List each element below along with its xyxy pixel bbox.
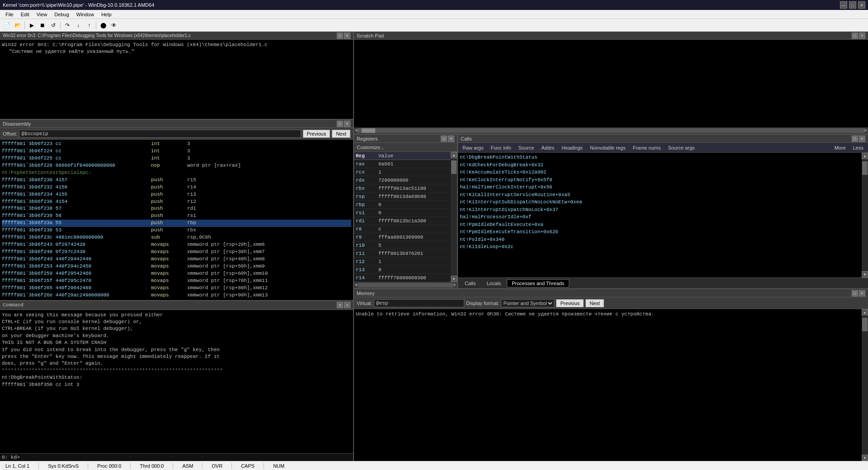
cmd-line: CTRL+BREAK (if you run GUI kernel debugg… <box>2 325 351 332</box>
calls-more-button[interactable]: More <box>833 144 848 151</box>
menu-item-debug[interactable]: Debug <box>51 11 72 18</box>
calls-tab-frame-nums[interactable]: Frame nums <box>631 144 663 151</box>
reg-row: rspfffff8013da69b98 <box>354 193 451 201</box>
mem-close-button[interactable]: ✕ <box>859 290 865 296</box>
cmd-close-button[interactable]: ✕ <box>344 302 350 308</box>
dis-row: nt!PspGetSetContextSpecialApc: <box>2 169 351 177</box>
watch-button[interactable]: 👁 <box>109 20 119 30</box>
dis-mnem: sub <box>151 234 187 241</box>
menu-item-help[interactable]: Help <box>98 11 115 18</box>
step-out-button[interactable]: ↑ <box>84 20 94 30</box>
close-button[interactable]: ✕ <box>858 1 865 9</box>
dis-addr: fffff801`3b96f23c 4881ec8000000000 <box>2 234 151 241</box>
reg-name: Reg <box>354 153 377 159</box>
reg-row: r9fffaa8801369000 <box>354 233 451 241</box>
calls-vscroll[interactable]: ▲ ▼ <box>862 153 868 277</box>
mem-scroll-down[interactable]: ▼ <box>862 455 868 461</box>
dis-next-button[interactable]: Next <box>332 130 350 138</box>
reg-vscroll[interactable]: ▲ ▼ <box>451 152 457 282</box>
menu-item-file[interactable]: File <box>2 11 17 18</box>
calls-tab-source-args[interactable]: Source args <box>666 144 696 151</box>
open-button[interactable]: 📂 <box>13 20 23 30</box>
menu-bar: FileEditViewDebugWindowHelp <box>0 10 868 19</box>
mem-address-input[interactable] <box>374 299 464 307</box>
dis-prev-button[interactable]: Previous <box>303 130 330 138</box>
menu-item-window[interactable]: Window <box>73 11 98 18</box>
source-titlebar-btns: ⊡ ✕ <box>337 33 350 39</box>
mem-dock-button[interactable]: ⊡ <box>852 290 858 296</box>
scratch-dock-button[interactable]: ⊡ <box>852 33 858 39</box>
toolbar: 📄 📂 ▶ ⏹ ↺ ↷ ↓ ↑ ⬤ 👁 <box>0 19 868 32</box>
reg-body: RegValuerax6ab01rcx1rdx7200000000rbxffff… <box>354 152 457 282</box>
calls-tab-addrs[interactable]: Addrs <box>540 144 557 151</box>
status-sys: Sys 0:KdSrvS <box>46 463 80 469</box>
offset-input[interactable] <box>19 130 301 138</box>
run-button[interactable]: ▶ <box>27 20 37 30</box>
source-close-button[interactable]: ✕ <box>344 33 350 39</box>
dis-mnem: int <box>151 141 187 148</box>
dis-titlebar: Disassembly ⊡ ✕ <box>0 120 353 128</box>
calls-tab-source[interactable]: Source <box>517 144 536 151</box>
mem-vscroll[interactable]: ▲ ▼ <box>862 309 868 461</box>
dis-close-button[interactable]: ✕ <box>344 121 350 127</box>
stop-button[interactable]: ⏹ <box>38 20 47 30</box>
scratch-content[interactable] <box>354 40 868 127</box>
calls-close-button[interactable]: ✕ <box>859 136 865 142</box>
calls-scroll-up[interactable]: ▲ <box>862 153 868 159</box>
new-button[interactable]: 📄 <box>2 20 12 30</box>
reg-scroll-up[interactable]: ▲ <box>451 152 457 158</box>
bottom-tab-processes-and-threads[interactable]: Processes and Threads <box>507 279 569 287</box>
source-dock-button[interactable]: ⊡ <box>337 33 343 39</box>
reg-value: 0 <box>377 210 451 216</box>
cmd-line: ****************************************… <box>2 367 351 374</box>
dis-mnem: movaps <box>151 270 187 277</box>
cmd-input[interactable] <box>22 455 351 460</box>
reg-dock-button[interactable]: ⊡ <box>441 136 447 142</box>
restart-button[interactable]: ↺ <box>48 20 58 30</box>
mem-format-select[interactable]: Pointer and Symbol Bytes Words DWORDs QW… <box>501 299 554 307</box>
mem-scroll-up[interactable]: ▲ <box>862 309 868 315</box>
reg-name: rcx <box>354 169 377 175</box>
reg-name: r11 <box>354 251 377 256</box>
dis-row: fffff801`3b96f23c 4881ec8000000000subrsp… <box>2 234 351 241</box>
menu-item-edit[interactable]: Edit <box>17 11 33 18</box>
reg-hscroll[interactable]: ◄ ► <box>354 282 457 288</box>
calls-scroll-down[interactable]: ▼ <box>862 271 868 277</box>
dis-row: fffff801`3b96f236 4154pushr12 <box>2 198 351 206</box>
calls-tab-headings[interactable]: Headings <box>560 144 584 151</box>
dis-row: fffff801`3b96f26e 440f29ac2490000000mova… <box>2 292 351 299</box>
dis-addr: fffff801`3b96f253 440f294c2450 <box>2 263 151 270</box>
dis-ops: xmmword ptr [rsp+40h],xmm8 <box>187 256 265 263</box>
calls-entry: nt!KeAccumulateTicks+0x12a902 <box>460 169 860 176</box>
reg-customize[interactable]: Customize... <box>354 143 457 152</box>
calls-less-button[interactable]: Less <box>851 144 865 151</box>
mem-content: Unable to retrieve information, Win32 er… <box>354 309 862 461</box>
breakpoint-button[interactable]: ⬤ <box>98 20 108 30</box>
scratch-hscroll[interactable]: ◄ ► <box>354 127 868 134</box>
calls-tab-raw-args[interactable]: Raw args <box>461 144 485 151</box>
reg-close-button[interactable]: ✕ <box>448 136 454 142</box>
scratch-pad: Scratch Pad ⊡ ✕ ◄ ► <box>354 32 868 135</box>
dis-ops: xmmword ptr [rsp+30h],xmm7 <box>187 249 265 256</box>
maximize-button[interactable]: □ <box>849 1 856 9</box>
dis-ops: 3 <box>187 148 190 155</box>
reg-scroll-down[interactable]: ▼ <box>451 276 457 282</box>
minimize-button[interactable]: — <box>840 1 847 9</box>
menu-item-view[interactable]: View <box>33 11 51 18</box>
bottom-tab-locals[interactable]: Locals <box>481 279 506 287</box>
bottom-tab-calls[interactable]: Calls <box>460 279 481 287</box>
reg-value: c <box>377 226 451 232</box>
calls-panel: Calls ⊡ ✕ Raw argsFunc infoSourceAddrsHe… <box>458 135 868 288</box>
step-into-button[interactable]: ↓ <box>73 20 83 30</box>
scratch-close-button[interactable]: ✕ <box>859 33 865 39</box>
cmd-dock-button[interactable]: ⊡ <box>337 302 343 308</box>
mem-prev-button[interactable]: Previous <box>556 299 584 307</box>
calls-tab-func-info[interactable]: Func info <box>489 144 513 151</box>
step-over-button[interactable]: ↷ <box>62 20 72 30</box>
dis-row: fffff801`3b96f248 0f297c2430movapsxmmwor… <box>2 249 351 256</box>
dis-dock-button[interactable]: ⊡ <box>337 121 343 127</box>
mem-next-button[interactable]: Next <box>585 299 604 307</box>
dis-addr: fffff801`3b96f238 57 <box>2 205 151 212</box>
calls-dock-button[interactable]: ⊡ <box>852 136 858 142</box>
calls-tab-nonvolatile-regs[interactable]: Nonvolatile regs <box>588 144 627 151</box>
